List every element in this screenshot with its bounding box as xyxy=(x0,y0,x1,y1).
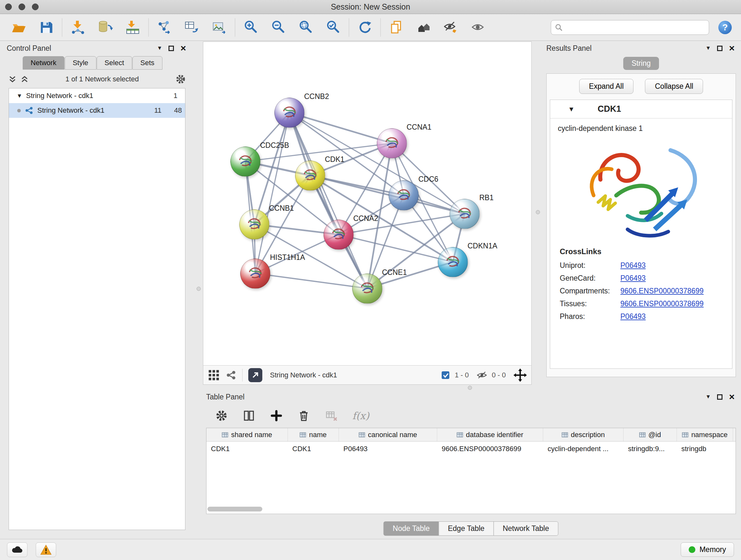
function-builder-button[interactable]: f(x) xyxy=(352,410,369,422)
network-options-gear-icon[interactable] xyxy=(175,74,186,84)
zoom-in-button[interactable] xyxy=(237,16,265,39)
network-node-RB1[interactable] xyxy=(450,199,480,229)
zoom-out-button[interactable] xyxy=(265,16,292,39)
save-session-button[interactable] xyxy=(32,16,60,39)
show-columns-button[interactable] xyxy=(243,409,255,422)
table-tab-edge-table[interactable]: Edge Table xyxy=(439,521,494,536)
table-tab-node-table[interactable]: Node Table xyxy=(384,521,439,536)
column-header-canonical-name[interactable]: canonical name xyxy=(339,428,437,441)
birdseye-view-icon[interactable] xyxy=(226,370,237,381)
search-input[interactable] xyxy=(565,23,705,32)
crosslink-link[interactable]: 9606.ENSP00000378699 xyxy=(620,300,704,308)
hidden-eye-slash-icon[interactable] xyxy=(476,370,487,381)
column-header-name[interactable]: name xyxy=(288,428,339,441)
table-settings-button[interactable] xyxy=(215,409,228,422)
crosslink-link[interactable]: P06493 xyxy=(620,312,646,321)
export-image-button[interactable] xyxy=(205,16,233,39)
network-node-CDC6[interactable] xyxy=(389,180,419,210)
network-node-CDC25B[interactable] xyxy=(230,146,260,177)
delete-column-button[interactable] xyxy=(297,409,310,422)
control-panel-close-icon[interactable]: × xyxy=(180,45,186,51)
table-row[interactable]: CDK1CDK1P064939606.ENSP00000378699cyclin… xyxy=(206,442,736,456)
zoom-fit-button[interactable] xyxy=(292,16,320,39)
network-edge[interactable] xyxy=(255,113,289,273)
table-panel-menu-icon[interactable]: ▼ xyxy=(705,394,711,400)
show-graphics-details-button[interactable] xyxy=(465,16,492,39)
table-panel-close-icon[interactable]: × xyxy=(729,394,735,400)
control-panel-menu-icon[interactable]: ▼ xyxy=(157,45,162,51)
expand-all-button[interactable]: Expand All xyxy=(579,79,634,94)
crosslink-link[interactable]: P06493 xyxy=(620,261,646,270)
window-minimize-button[interactable] xyxy=(18,3,25,10)
open-in-browser-button[interactable] xyxy=(248,368,262,382)
network-edge[interactable] xyxy=(289,113,392,143)
expand-all-icon[interactable] xyxy=(20,75,29,84)
control-panel-tabs: NetworkStyleSelectSets xyxy=(23,56,189,70)
gene-collapse-icon[interactable]: ▼ xyxy=(568,105,575,113)
home-button[interactable] xyxy=(410,16,437,39)
network-node-CDKN1A[interactable] xyxy=(438,247,468,277)
import-table-button[interactable] xyxy=(119,16,146,39)
delete-table-button[interactable] xyxy=(325,409,338,422)
network-collection-row[interactable]: ▼ String Network - cdk1 1 xyxy=(9,88,185,103)
results-panel-menu-icon[interactable]: ▼ xyxy=(705,45,711,51)
scrollbar-thumb[interactable] xyxy=(207,507,262,511)
table-tab-network-table[interactable]: Network Table xyxy=(493,521,558,536)
crosslink-link[interactable]: P06493 xyxy=(620,274,646,283)
results-panel-close-icon[interactable]: × xyxy=(729,45,735,51)
tab-string[interactable]: String xyxy=(623,57,659,70)
network-node-CDK1[interactable] xyxy=(295,161,325,191)
splitter-handle[interactable] xyxy=(536,210,540,214)
network-edge[interactable] xyxy=(255,273,367,288)
selected-checkbox-icon[interactable] xyxy=(441,370,450,380)
refresh-view-button[interactable] xyxy=(351,16,379,39)
help-button[interactable]: ? xyxy=(718,20,733,35)
control-tab-sets[interactable]: Sets xyxy=(132,56,162,70)
network-node-CCNE1[interactable] xyxy=(352,273,382,304)
control-tab-style[interactable]: Style xyxy=(65,56,96,70)
column-header-shared-name[interactable]: shared name xyxy=(206,428,288,441)
splitter-handle[interactable] xyxy=(468,386,472,390)
network-from-table-button[interactable] xyxy=(178,16,205,39)
warnings-button[interactable] xyxy=(36,543,56,557)
cloud-status-button[interactable] xyxy=(7,543,27,557)
network-node-CCNB2[interactable] xyxy=(274,98,305,128)
window-zoom-button[interactable] xyxy=(32,3,39,10)
crosslink-link[interactable]: 9606.ENSP00000378699 xyxy=(620,287,704,295)
control-panel-float-icon[interactable] xyxy=(169,46,174,51)
network-edge[interactable] xyxy=(310,176,465,214)
new-network-button[interactable] xyxy=(151,16,178,39)
zoom-selected-button[interactable] xyxy=(320,16,347,39)
network-row[interactable]: String Network - cdk1 11 48 xyxy=(9,103,185,118)
column-header-description[interactable]: description xyxy=(543,428,623,441)
results-panel-float-icon[interactable] xyxy=(717,46,723,51)
grid-view-icon[interactable] xyxy=(208,369,220,381)
pan-crosshair-icon[interactable] xyxy=(514,368,527,382)
open-session-button[interactable] xyxy=(5,16,32,39)
gene-card-header[interactable]: ▼ CDK1 xyxy=(550,100,732,118)
table-hscrollbar[interactable] xyxy=(207,507,290,511)
collapse-all-button[interactable]: Collapse All xyxy=(645,79,703,94)
network-node-HIST1H1A[interactable] xyxy=(240,259,270,289)
network-canvas[interactable]: CCNB2CCNA1CDC25BCDK1CDC6RB1CCNB1CCNA2CDK… xyxy=(203,42,531,365)
network-node-CCNA1[interactable] xyxy=(377,128,407,159)
column-header-namespace[interactable]: namespace xyxy=(677,428,733,441)
splitter-handle[interactable] xyxy=(197,287,201,291)
memory-button[interactable]: Memory xyxy=(681,543,734,557)
copy-button[interactable] xyxy=(383,16,410,39)
collapse-all-icon[interactable] xyxy=(8,75,17,84)
network-node-CCNB1[interactable] xyxy=(239,209,269,240)
column-header-database-identifier[interactable]: database identifier xyxy=(437,428,543,441)
control-tab-network[interactable]: Network xyxy=(23,56,64,70)
import-network-file-button[interactable] xyxy=(64,16,91,39)
network-edge[interactable] xyxy=(289,113,367,288)
network-node-CCNA2[interactable] xyxy=(324,220,354,250)
create-column-button[interactable] xyxy=(270,409,283,422)
hide-graphics-details-button[interactable] xyxy=(437,16,465,39)
table-panel-float-icon[interactable] xyxy=(717,394,723,400)
column-header-at-id[interactable]: @id xyxy=(623,428,677,441)
import-network-database-button[interactable] xyxy=(91,16,119,39)
window-close-button[interactable] xyxy=(5,3,12,10)
collection-collapse-icon[interactable]: ▼ xyxy=(17,92,22,99)
control-tab-select[interactable]: Select xyxy=(97,56,132,70)
